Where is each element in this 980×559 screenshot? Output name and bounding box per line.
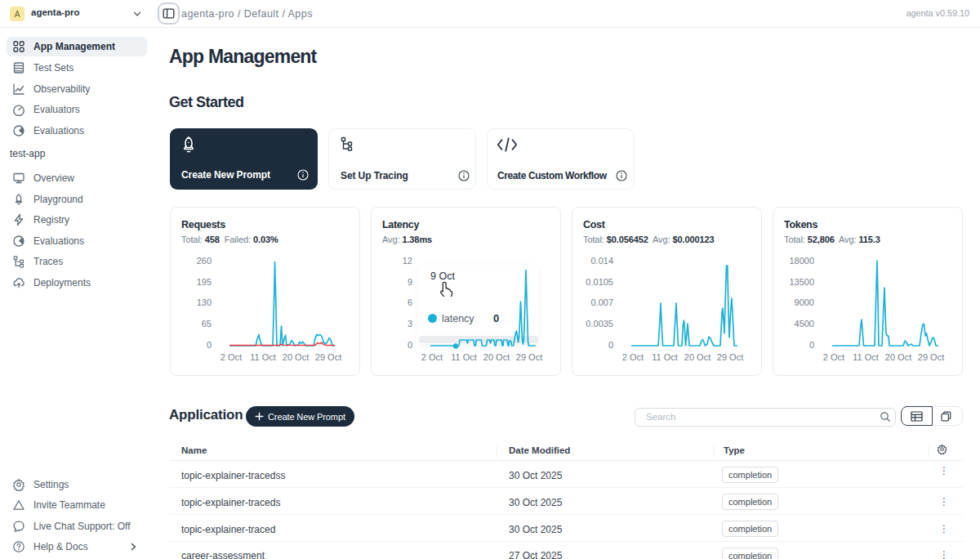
svg-text:0.0105: 0.0105: [586, 277, 613, 287]
svg-text:6: 6: [408, 297, 412, 307]
svg-text:12: 12: [403, 256, 412, 266]
svg-text:0: 0: [809, 340, 814, 350]
svg-text:0: 0: [207, 340, 212, 350]
svg-text:18000: 18000: [789, 256, 814, 266]
svg-text:11 Oct: 11 Oct: [250, 352, 276, 362]
svg-text:0: 0: [608, 340, 613, 350]
svg-text:20 Oct: 20 Oct: [684, 352, 710, 362]
svg-text:2 Oct: 2 Oct: [421, 352, 443, 362]
svg-text:11 Oct: 11 Oct: [853, 352, 879, 362]
svg-text:0.0035: 0.0035: [586, 319, 613, 329]
svg-text:20 Oct: 20 Oct: [483, 352, 510, 362]
svg-text:4500: 4500: [795, 319, 814, 329]
svg-text:20 Oct: 20 Oct: [283, 352, 309, 362]
svg-text:13500: 13500: [789, 277, 814, 287]
svg-text:260: 260: [197, 256, 212, 266]
svg-text:11 Oct: 11 Oct: [652, 352, 678, 362]
svg-text:9000: 9000: [795, 297, 814, 307]
svg-text:0.007: 0.007: [590, 297, 613, 307]
svg-text:11 Oct: 11 Oct: [451, 352, 477, 362]
svg-text:0.014: 0.014: [590, 256, 613, 266]
svg-text:20 Oct: 20 Oct: [885, 352, 911, 362]
svg-text:2 Oct: 2 Oct: [220, 352, 242, 362]
svg-text:0: 0: [408, 340, 412, 350]
svg-text:2 Oct: 2 Oct: [622, 352, 644, 362]
svg-text:29 Oct: 29 Oct: [717, 352, 743, 362]
svg-text:2 Oct: 2 Oct: [823, 352, 844, 362]
svg-text:3: 3: [408, 319, 412, 329]
svg-text:29 Oct: 29 Oct: [918, 352, 944, 362]
svg-text:65: 65: [202, 319, 212, 329]
svg-text:130: 130: [197, 297, 212, 307]
svg-text:29 Oct: 29 Oct: [315, 352, 341, 362]
svg-text:29 Oct: 29 Oct: [516, 352, 542, 362]
svg-text:195: 195: [197, 277, 212, 287]
svg-text:9: 9: [408, 277, 412, 287]
